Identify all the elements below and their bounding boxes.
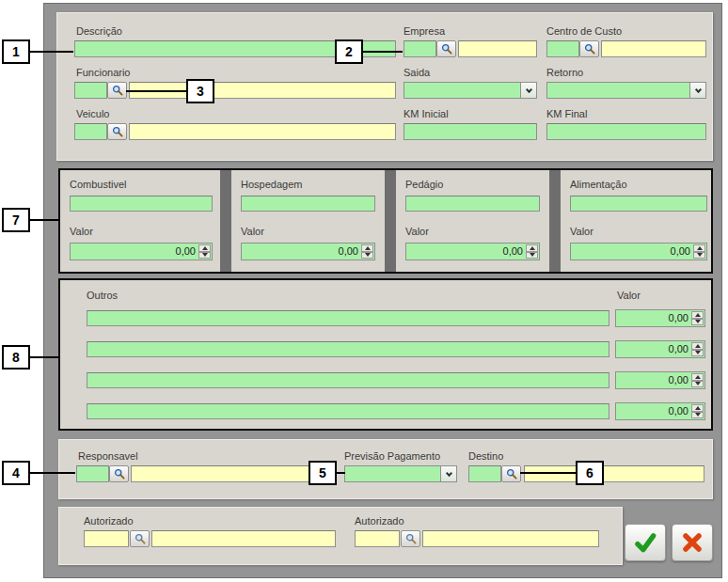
combustivel-valor-spinner[interactable]: 0,00 — [70, 243, 213, 260]
autorizado-1-search-button[interactable] — [130, 530, 150, 547]
spin-down-button[interactable] — [526, 252, 538, 260]
callout-line-5 — [337, 472, 345, 474]
km-final-label: KM Final — [546, 108, 587, 119]
combobox-value — [404, 83, 520, 98]
outros-valor-spinner-3[interactable]: 0,00 — [615, 371, 705, 389]
outros-input-4[interactable] — [87, 403, 609, 419]
spin-up-button[interactable] — [691, 311, 704, 319]
magnifier-icon — [135, 533, 146, 544]
veiculo-name-input[interactable] — [129, 123, 396, 140]
combustivel-input[interactable] — [70, 196, 213, 212]
autorizado-1-code-input[interactable] — [84, 530, 129, 547]
outros-label: Outros — [87, 290, 118, 301]
callout-line-2 — [363, 51, 403, 53]
magnifier-icon — [506, 468, 517, 480]
spin-buttons — [526, 244, 538, 259]
up-arrow-icon — [365, 246, 371, 250]
km-inicial-input[interactable] — [404, 123, 537, 140]
valor-label: Valor — [241, 226, 264, 237]
spinner-value: 0,00 — [339, 245, 358, 257]
saida-combobox[interactable] — [404, 82, 537, 99]
centro-custo-search-button[interactable] — [579, 40, 599, 57]
hospedagem-input[interactable] — [241, 196, 375, 212]
cancel-button[interactable] — [672, 524, 713, 561]
spin-up-button[interactable] — [361, 244, 373, 252]
spin-up-button[interactable] — [198, 244, 211, 252]
callout-line-3 — [126, 90, 186, 92]
hospedagem-valor-spinner[interactable]: 0,00 — [241, 243, 375, 260]
funcionario-code-input[interactable] — [74, 82, 107, 99]
veiculo-search-button[interactable] — [107, 123, 127, 140]
empresa-code-input[interactable] — [404, 40, 436, 57]
km-final-input[interactable] — [546, 123, 706, 140]
centro-custo-label: Centro de Custo — [546, 25, 622, 37]
spin-buttons — [691, 342, 704, 356]
empresa-search-button[interactable] — [436, 40, 456, 57]
alimentacao-input[interactable] — [570, 196, 707, 212]
header-fields-panel: Descrição Empresa Centro de Custo Funcio… — [56, 12, 713, 161]
spinner-value: 0,00 — [669, 374, 688, 385]
confirm-button[interactable] — [625, 524, 666, 561]
responsavel-row-panel: Responsavel Previsão Pagamento Destino — [58, 439, 713, 499]
centro-custo-name-input[interactable] — [601, 40, 706, 57]
spin-buttons — [361, 244, 373, 259]
up-arrow-icon — [530, 246, 535, 250]
destino-search-button[interactable] — [501, 465, 521, 482]
spin-up-button[interactable] — [691, 404, 704, 412]
previsao-dropdown-button[interactable] — [440, 466, 456, 481]
spin-up-button[interactable] — [691, 373, 704, 381]
down-arrow-icon — [695, 320, 701, 323]
spin-up-button[interactable] — [691, 342, 704, 350]
spin-down-button[interactable] — [691, 412, 704, 419]
retorno-dropdown-button[interactable] — [689, 83, 705, 98]
pedagio-input[interactable] — [405, 196, 540, 212]
empresa-name-input[interactable] — [458, 40, 537, 57]
spin-down-button[interactable] — [691, 350, 704, 357]
retorno-combobox[interactable] — [546, 82, 706, 99]
veiculo-code-input[interactable] — [74, 123, 107, 140]
destino-name-input[interactable] — [524, 465, 704, 482]
spin-up-button[interactable] — [526, 244, 538, 252]
pedagio-valor-spinner[interactable]: 0,00 — [405, 243, 540, 260]
responsavel-code-input[interactable] — [76, 465, 109, 482]
outros-input-1[interactable] — [87, 310, 609, 326]
outros-valor-spinner-4[interactable]: 0,00 — [615, 402, 705, 420]
autorizado-2-code-input[interactable] — [355, 530, 400, 547]
centro-custo-code-input[interactable] — [546, 40, 579, 57]
outros-valor-spinner-1[interactable]: 0,00 — [615, 309, 705, 327]
spin-down-button[interactable] — [361, 252, 373, 260]
chevron-down-icon — [694, 86, 701, 92]
saida-dropdown-button[interactable] — [520, 83, 536, 98]
autorizado-1-name-input[interactable] — [151, 530, 336, 547]
outros-input-3[interactable] — [87, 372, 609, 388]
spinner-value: 0,00 — [671, 245, 690, 257]
callout-8: 8 — [2, 345, 30, 370]
spin-down-button[interactable] — [691, 319, 704, 326]
autorizado-2-search-button[interactable] — [401, 530, 420, 547]
veiculo-label: Veiculo — [76, 108, 109, 119]
funcionario-search-button[interactable] — [107, 82, 127, 99]
outros-input-2[interactable] — [87, 341, 609, 357]
callout-1: 1 — [2, 39, 30, 64]
up-arrow-icon — [695, 344, 701, 348]
autorizado-2-name-input[interactable] — [422, 530, 599, 547]
destino-code-input[interactable] — [468, 465, 501, 482]
check-icon — [633, 530, 657, 555]
callout-line-7 — [30, 219, 58, 221]
callout-line-8 — [30, 356, 58, 358]
alimentacao-valor-spinner[interactable]: 0,00 — [570, 243, 707, 260]
previsao-pagamento-combobox[interactable] — [344, 465, 457, 482]
callout-3: 3 — [186, 79, 214, 103]
spin-down-button[interactable] — [691, 381, 704, 388]
down-arrow-icon — [530, 253, 535, 257]
spin-down-button[interactable] — [693, 252, 705, 260]
responsavel-name-input[interactable] — [131, 465, 330, 482]
spin-up-button[interactable] — [693, 244, 705, 252]
autorizado-1-label: Autorizado — [84, 515, 134, 527]
descricao-label: Descrição — [76, 25, 122, 37]
spin-down-button[interactable] — [198, 252, 211, 260]
outros-valor-spinner-2[interactable]: 0,00 — [615, 340, 705, 358]
down-arrow-icon — [695, 382, 701, 385]
spinner-value: 0,00 — [669, 312, 688, 323]
responsavel-search-button[interactable] — [109, 465, 129, 482]
